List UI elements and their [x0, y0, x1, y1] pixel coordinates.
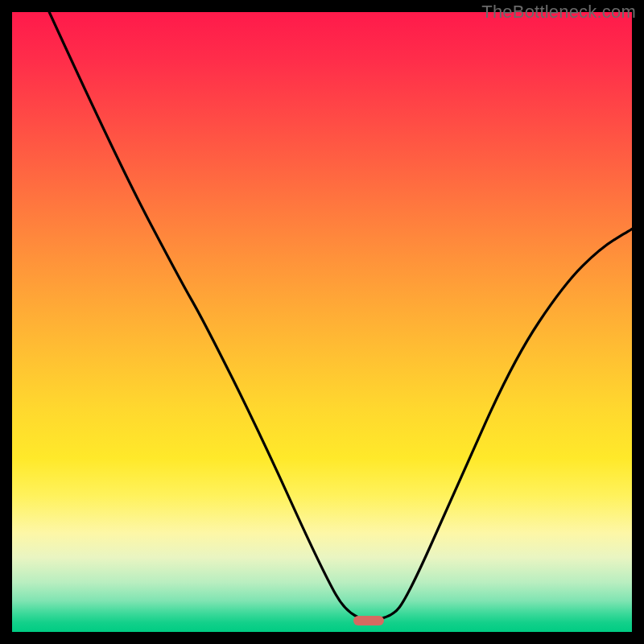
plot-area	[12, 12, 632, 632]
optimal-marker	[353, 616, 384, 625]
curve-path	[49, 12, 632, 620]
watermark-text: TheBottleneck.com	[481, 2, 636, 23]
bottleneck-curve	[12, 12, 632, 632]
chart-frame: TheBottleneck.com	[0, 0, 644, 644]
